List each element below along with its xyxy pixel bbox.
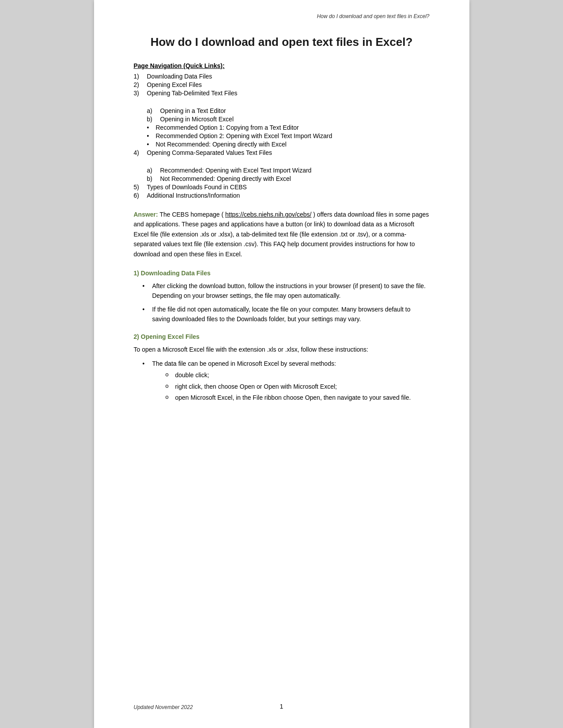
nav-item-5: 5) Types of Downloads Found in CEBS <box>134 184 430 191</box>
section-1-bullet-2: If the file did not open automatically, … <box>143 304 430 324</box>
section-2-bullet-1-text: The data file can be opened in Microsoft… <box>152 359 430 404</box>
nav-sub-4a: a) Recommended: Opening with Excel Text … <box>147 167 430 174</box>
circle-item-3: open Microsoft Excel, in the File ribbon… <box>166 393 430 402</box>
nav-item-2: 2) Opening Excel Files <box>134 81 430 88</box>
navigation-section: Page Navigation (Quick Links): 1) Downlo… <box>134 62 430 199</box>
nav-bullet-3: Not Recommended: Opening directly with E… <box>147 141 430 148</box>
nav-list-56: 5) Types of Downloads Found in CEBS 6) A… <box>134 184 430 199</box>
section-1-bullets: After clicking the download button, foll… <box>143 281 430 324</box>
nav-bullet-2: Recommended Option 2: Opening with Excel… <box>147 132 430 139</box>
nav-heading: Page Navigation (Quick Links): <box>134 62 430 69</box>
section-1-heading: 1) Downloading Data Files <box>134 270 430 277</box>
section-1: 1) Downloading Data Files After clicking… <box>134 270 430 324</box>
nav-sub-4: a) Recommended: Opening with Excel Text … <box>147 167 430 182</box>
section-2-num: 2) <box>134 333 141 340</box>
section-1-bullet-2-text: If the file did not open automatically, … <box>152 304 430 324</box>
circle-item-3-text: open Microsoft Excel, in the File ribbon… <box>175 393 411 402</box>
nav-item-3: 3) Opening Tab-Delimited Text Files <box>134 90 430 97</box>
answer-block: Answer: The CEBS homepage ( https://cebs… <box>134 210 430 259</box>
nav-item-1-label: Downloading Data Files <box>147 73 430 80</box>
page-number: 1 <box>280 703 283 710</box>
nav-item-3-label: Opening Tab-Delimited Text Files <box>147 90 430 97</box>
page: How do I download and open text files in… <box>94 0 469 728</box>
nav-sub-3a-label: Opening in a Text Editor <box>160 107 430 114</box>
section-1-bullet-1-text: After clicking the download button, foll… <box>152 281 430 301</box>
section-1-bullet-1: After clicking the download button, foll… <box>143 281 430 301</box>
nav-sub-3b-label: Opening in Microsoft Excel <box>160 116 430 123</box>
nav-sub-3b: b) Opening in Microsoft Excel <box>147 116 430 123</box>
nav-bullet-2-text: Recommended Option 2: Opening with Excel… <box>156 132 333 139</box>
nav-sub-3: a) Opening in a Text Editor b) Opening i… <box>147 107 430 123</box>
nav-item-2-label: Opening Excel Files <box>147 81 430 88</box>
circle-item-2-text: right click, then choose Open or Open wi… <box>175 382 337 391</box>
nav-bullet-1-text: Recommended Option 1: Copying from a Tex… <box>156 124 299 131</box>
nav-item-4-label: Opening Comma-Separated Values Text File… <box>147 149 430 156</box>
answer-label: Answer: <box>134 211 158 218</box>
section-2-intro: To open a Microsoft Excel file with the … <box>134 345 430 354</box>
nav-sub-4b: b) Not Recommended: Opening directly wit… <box>147 175 430 182</box>
nav-item-6: 6) Additional Instructions/Information <box>134 192 430 199</box>
nav-item-5-label: Types of Downloads Found in CEBS <box>147 184 430 191</box>
running-title: How do I download and open text files in… <box>317 13 430 19</box>
page-title: How do I download and open text files in… <box>134 35 430 49</box>
nav-bullets-3b: Recommended Option 1: Copying from a Tex… <box>147 124 430 148</box>
nav-sub-3a: a) Opening in a Text Editor <box>147 107 430 114</box>
section-2-bullets: The data file can be opened in Microsoft… <box>143 359 430 404</box>
section-1-num: 1) <box>134 270 141 277</box>
section-1-title: Downloading Data Files <box>141 270 211 277</box>
section-2: 2) Opening Excel Files To open a Microso… <box>134 333 430 404</box>
nav-item-6-label: Additional Instructions/Information <box>147 192 430 199</box>
section-2-bullet-1: The data file can be opened in Microsoft… <box>143 359 430 404</box>
section-2-b1-main: The data file can be opened in Microsoft… <box>152 360 336 367</box>
nav-sub-4b-label: Not Recommended: Opening directly with E… <box>160 175 430 182</box>
answer-text-1: The CEBS homepage ( <box>159 211 223 218</box>
nav-sub-4a-label: Recommended: Opening with Excel Text Imp… <box>160 167 430 174</box>
nav-item-1: 1) Downloading Data Files <box>134 73 430 80</box>
circle-item-1: double click; <box>166 370 430 380</box>
updated-text: Updated November 2022 <box>134 704 193 710</box>
nav-bullet-3-text: Not Recommended: Opening directly with E… <box>156 141 287 148</box>
section-2-heading: 2) Opening Excel Files <box>134 333 430 340</box>
nav-item-4: 4) Opening Comma-Separated Values Text F… <box>134 149 430 156</box>
nav-list-4: 4) Opening Comma-Separated Values Text F… <box>134 149 430 156</box>
nav-list: 1) Downloading Data Files 2) Opening Exc… <box>134 73 430 97</box>
circle-item-1-text: double click; <box>175 370 209 380</box>
circle-item-2: right click, then choose Open or Open wi… <box>166 382 430 391</box>
section-2-title: Opening Excel Files <box>141 333 200 340</box>
answer-link[interactable]: https://cebs.niehs.nih.gov/cebs/ <box>225 211 311 218</box>
nav-bullet-1: Recommended Option 1: Copying from a Tex… <box>147 124 430 131</box>
section-2-circle-list: double click; right click, then choose O… <box>166 370 430 402</box>
